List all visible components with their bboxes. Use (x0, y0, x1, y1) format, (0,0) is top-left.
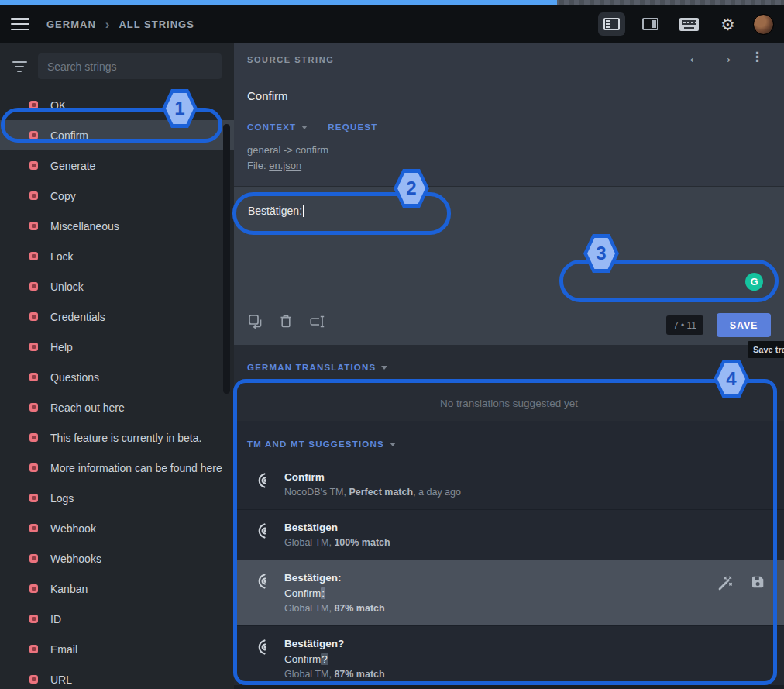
hamburger-menu-icon[interactable] (11, 18, 29, 30)
sidebar-item[interactable]: ID (0, 604, 234, 634)
sidebar-item-label: Questions (50, 371, 99, 384)
sidebar-item-label: Email (50, 643, 77, 656)
tm-mt-suggestions-toggle[interactable]: TM AND MT SUGGESTIONS (234, 421, 784, 460)
sidebar-item[interactable]: Credentials (0, 301, 234, 332)
delete-translation-icon[interactable] (278, 313, 294, 329)
string-key-icon (29, 282, 38, 291)
filter-icon[interactable] (12, 61, 28, 72)
file-link[interactable]: en.json (269, 160, 301, 171)
sidebar-item[interactable]: Confirm (0, 120, 234, 150)
sidebar-item[interactable]: Miscellaneous (0, 211, 234, 241)
user-avatar[interactable] (753, 14, 774, 35)
file-row: File: en.json (247, 160, 301, 171)
sidebar-item[interactable]: Kanban (0, 574, 234, 604)
string-key-icon (29, 373, 38, 381)
sidebar-item[interactable]: Lock (0, 241, 234, 271)
sidebar-item[interactable]: Webhooks (0, 543, 234, 574)
sidebar-item[interactable]: Copy (0, 181, 234, 211)
save-suggestion-icon[interactable] (750, 574, 765, 595)
breadcrumb-project[interactable]: GERMAN (46, 19, 96, 30)
german-translations-toggle[interactable]: GERMAN TRANSLATIONS (247, 360, 387, 374)
copy-source-icon[interactable] (247, 313, 263, 329)
chevron-down-icon (301, 126, 308, 129)
app-window: GERMAN › ALL STRINGS ⚙ OK (0, 0, 784, 689)
sidebar-item[interactable]: More information can be found here (0, 453, 234, 483)
source-string-text: Confirm (247, 89, 288, 102)
suggestion-list: Confirm NocoDB's TM, Perfect match, a da… (234, 460, 784, 689)
previous-string-icon[interactable]: ← (687, 49, 703, 65)
layout-right-panel-button[interactable] (637, 12, 664, 36)
sidebar-item-label: Confirm (50, 129, 88, 142)
strings-sidebar: OK Confirm Generate Copy Miscellaneous L… (0, 43, 234, 689)
keyboard-icon (679, 18, 699, 31)
settings-button[interactable]: ⚙ (714, 12, 741, 36)
sidebar-item-label: OK (50, 99, 66, 112)
search-input[interactable] (38, 53, 222, 79)
insert-placeholder-icon[interactable] (308, 314, 326, 329)
suggestion-row[interactable]: Bestätigen? Confirm? Global TM, 87% matc… (234, 625, 784, 689)
sidebar-item-label: Miscellaneous (50, 220, 119, 233)
string-key-icon (29, 524, 38, 532)
sidebar-item[interactable]: Questions (0, 362, 234, 392)
sidebar-item[interactable]: Unlock (0, 271, 234, 301)
string-key-icon (29, 222, 38, 230)
next-string-icon[interactable]: → (717, 49, 734, 65)
suggestion-title: Bestätigen: (284, 572, 385, 584)
sidebar-item[interactable]: Reach out here (0, 392, 234, 422)
sidebar-item-label: Logs (50, 492, 74, 505)
sidebar-item[interactable]: Help (0, 332, 234, 362)
suggestion-row[interactable]: Bestätigen: Confirm: Global TM, 87% matc… (234, 560, 784, 625)
string-key-icon (29, 494, 38, 502)
breadcrumb-section[interactable]: ALL STRINGS (119, 19, 194, 30)
string-key-icon (29, 584, 38, 593)
save-button[interactable]: SAVE (717, 313, 771, 337)
breadcrumb: GERMAN › ALL STRINGS (46, 18, 194, 31)
string-key-icon (29, 191, 38, 200)
sidebar-item[interactable]: Generate (0, 150, 234, 181)
string-key-icon (29, 554, 38, 563)
suggestion-sub-strong: 87% match (334, 669, 384, 680)
string-key-icon (29, 463, 38, 472)
suggestion-source-diff: : (321, 587, 325, 599)
string-nav: ← → ⋮ (687, 49, 767, 65)
progress-fill (0, 0, 557, 5)
suggestion-row[interactable]: Bestätigen Global TM, 100% match (234, 509, 784, 560)
suggestion-source-line: Confirm? (284, 653, 385, 665)
suggestion-source-line: Confirm: (284, 587, 385, 599)
layout-left-panel-button[interactable] (598, 12, 625, 36)
sidebar-item-label: Help (50, 341, 73, 353)
grammarly-icon[interactable]: G (745, 273, 763, 291)
suggestion-row[interactable]: Confirm NocoDB's TM, Perfect match, a da… (234, 460, 784, 509)
sidebar-scrollbar[interactable] (223, 124, 230, 394)
panel-bottom-edge (234, 685, 784, 689)
sidebar-item[interactable]: Webhook (0, 513, 234, 543)
layout-right-panel-icon (642, 18, 658, 30)
context-toggle[interactable]: CONTEXT (247, 122, 308, 132)
editor-panel: SOURCE STRING ← → ⋮ Confirm CONTEXT REQU… (234, 43, 784, 689)
more-options-icon[interactable]: ⋮ (748, 49, 767, 65)
sidebar-item[interactable]: Email (0, 634, 234, 664)
context-row: CONTEXT REQUEST (247, 122, 377, 132)
string-key-icon (29, 252, 38, 260)
string-key-icon (29, 101, 38, 109)
translation-input[interactable]: Bestätigen: (248, 205, 304, 217)
suggestion-sub-strong: 100% match (334, 537, 390, 548)
sidebar-item-label: Kanban (50, 583, 88, 595)
sidebar-item-label: Credentials (50, 311, 105, 323)
sidebar-item-label: This feature is currently in beta. (50, 432, 201, 444)
sidebar-item[interactable]: OK (0, 90, 234, 120)
string-key-icon (29, 433, 38, 442)
keyboard-shortcuts-button[interactable] (676, 12, 703, 36)
apply-machine-translation-icon[interactable] (717, 574, 734, 595)
sidebar-item-label: ID (50, 613, 61, 625)
sidebar-item[interactable]: This feature is currently in beta. (0, 422, 234, 453)
request-link[interactable]: REQUEST (328, 122, 377, 132)
suggestion-sub-pre: NocoDB's TM, (284, 487, 349, 498)
tm-icon (253, 573, 270, 614)
sidebar-item-label: Webhook (50, 522, 96, 535)
suggestion-subtitle: Global TM, 100% match (284, 537, 390, 548)
sidebar-item[interactable]: Logs (0, 483, 234, 513)
suggestion-sub-strong: 87% match (334, 603, 384, 614)
string-key-icon (29, 675, 38, 684)
sidebar-item[interactable]: URL (0, 664, 234, 689)
